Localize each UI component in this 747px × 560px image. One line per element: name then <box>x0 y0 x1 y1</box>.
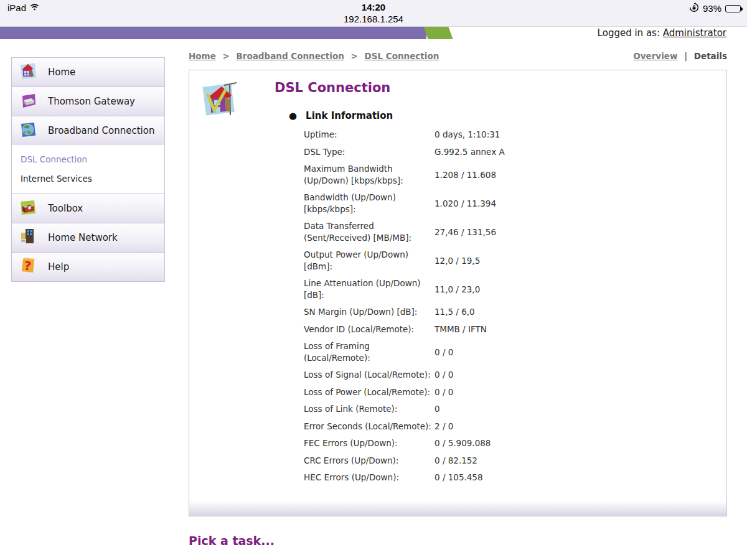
breadcrumb: Home > Broadband Connection > DSL Connec… <box>189 51 439 61</box>
page-title: DSL Connection <box>275 80 390 95</box>
row-value: 0 days, 1:10:31 <box>435 129 500 139</box>
sidebar-item-label: Home <box>48 67 75 78</box>
row-label: DSL Type: <box>304 146 431 158</box>
sidebar-item-home[interactable]: Home <box>11 57 165 87</box>
row-value: 0 / 0 <box>435 387 453 397</box>
table-row-data-transferred: Data Transferred (Sent/Received) [MB/MB]… <box>304 220 702 243</box>
submenu-item-internet-services[interactable]: Internet Services <box>21 170 164 190</box>
breadcrumb-broadband-connection[interactable]: Broadband Connection <box>237 51 344 61</box>
sidebar-item-toolbox[interactable]: Toolbox <box>11 194 165 223</box>
overview-link[interactable]: Overview <box>633 51 677 61</box>
svg-text:?: ? <box>24 259 32 273</box>
table-row-error-seconds: Error Seconds (Local/Remote): 2 / 0 <box>304 421 702 432</box>
logged-in-status: Logged in as: Administrator <box>598 27 726 39</box>
row-label: CRC Errors (Up/Down): <box>304 455 431 467</box>
row-value: 1.208 / 11.608 <box>435 170 496 180</box>
table-row-crc-errors: CRC Errors (Up/Down): 0 / 82.152 <box>304 455 702 467</box>
brand-bar-green <box>423 27 453 39</box>
row-value: 0 / 105.458 <box>435 472 483 482</box>
row-value: 0 / 0 <box>435 370 453 380</box>
row-value: 0 / 0 <box>435 347 453 357</box>
battery-icon <box>725 5 741 12</box>
row-label: Vendor ID (Local/Remote): <box>304 324 431 335</box>
row-value: 0 / 5.909.088 <box>435 438 491 448</box>
pick-a-task-heading: Pick a task... <box>189 534 275 548</box>
row-label: Maximum Bandwidth (Up/Down) [kbps/kbps]: <box>304 163 431 186</box>
gateway-icon <box>18 90 38 113</box>
view-switch: Overview | Details <box>633 51 727 61</box>
brand-bar: Logged in as: Administrator <box>0 26 747 39</box>
link-information-table: Uptime: 0 days, 1:10:31 DSL Type: G.992.… <box>304 129 702 489</box>
row-value: TMMB / IFTN <box>435 324 487 334</box>
sidebar-menu: Home Thomson Gateway Broadband Connectio… <box>11 57 165 282</box>
logged-in-user-link[interactable]: Administrator <box>663 27 726 39</box>
sidebar-item-label: Broadband Connection <box>48 125 154 136</box>
row-value: 0 / 82.152 <box>435 455 477 465</box>
row-label: Error Seconds (Local/Remote): <box>304 421 431 432</box>
breadcrumb-home[interactable]: Home <box>189 51 216 61</box>
ios-status-bar: iPad 14:20 192.168.1.254 93% <box>0 0 747 26</box>
panel-bottom-gradient <box>189 501 726 516</box>
row-label: Output Power (Up/Down) [dBm]: <box>304 249 431 272</box>
breadcrumb-separator: > <box>223 51 230 61</box>
row-label: Data Transferred (Sent/Received) [MB/MB]… <box>304 220 431 243</box>
row-label: Uptime: <box>304 129 431 141</box>
row-value: 12,0 / 19,5 <box>435 256 480 266</box>
home-icon <box>18 61 38 83</box>
sidebar-item-help[interactable]: ? Help <box>11 252 165 282</box>
row-label: Bandwidth (Up/Down) [kbps/kbps]: <box>304 192 431 215</box>
row-value: 11,0 / 23,0 <box>435 284 480 294</box>
table-row-bandwidth: Bandwidth (Up/Down) [kbps/kbps]: 1.020 /… <box>304 192 702 215</box>
sidebar-item-home-network[interactable]: Home Network <box>11 223 165 253</box>
sidebar-item-thomson-gateway[interactable]: Thomson Gateway <box>11 86 165 116</box>
battery-percent: 93% <box>703 3 721 14</box>
home-network-icon <box>18 226 38 249</box>
rotation-lock-icon <box>689 2 699 14</box>
table-row-dsl-type: DSL Type: G.992.5 annex A <box>304 146 702 158</box>
row-label: SN Margin (Up/Down) [dB]: <box>304 306 431 318</box>
broadband-submenu: DSL Connection Internet Services <box>11 145 165 194</box>
row-value: 2 / 0 <box>435 421 453 431</box>
dsl-house-icon <box>200 79 240 123</box>
row-value: G.992.5 annex A <box>435 147 505 157</box>
sidebar-item-label: Help <box>48 261 69 273</box>
breadcrumb-separator: > <box>351 51 358 61</box>
help-icon: ? <box>18 256 38 278</box>
table-row-loss-of-framing: Loss of Framing (Local/Remote): 0 / 0 <box>304 340 702 363</box>
row-value: 27,46 / 131,56 <box>435 227 496 237</box>
section-title: Link Information <box>306 110 393 121</box>
clock: 14:20 <box>0 2 747 12</box>
row-label: HEC Errors (Up/Down): <box>304 472 431 483</box>
table-row-loss-of-signal: Loss of Signal (Local/Remote): 0 / 0 <box>304 369 702 381</box>
sidebar-item-label: Thomson Gateway <box>48 96 135 107</box>
table-row-hec-errors: HEC Errors (Up/Down): 0 / 105.458 <box>304 472 702 483</box>
row-label: Loss of Signal (Local/Remote): <box>304 369 431 381</box>
main-content: Home > Broadband Connection > DSL Connec… <box>189 51 727 516</box>
breadcrumb-dsl-connection[interactable]: DSL Connection <box>365 51 439 61</box>
toolbox-icon <box>18 197 38 220</box>
table-row-loss-of-power: Loss of Power (Local/Remote): 0 / 0 <box>304 386 702 398</box>
table-row-uptime: Uptime: 0 days, 1:10:31 <box>304 129 702 141</box>
table-row-vendor-id: Vendor ID (Local/Remote): TMMB / IFTN <box>304 324 702 335</box>
submenu-item-dsl-connection[interactable]: DSL Connection <box>21 151 164 170</box>
table-row-output-power: Output Power (Up/Down) [dBm]: 12,0 / 19,… <box>304 249 702 272</box>
row-label: Loss of Power (Local/Remote): <box>304 386 431 398</box>
table-row-maximum-bandwidth: Maximum Bandwidth (Up/Down) [kbps/kbps]:… <box>304 163 702 186</box>
table-row-sn-margin: SN Margin (Up/Down) [dB]: 11,5 / 6,0 <box>304 306 702 318</box>
row-label: Loss of Framing (Local/Remote): <box>304 340 431 363</box>
sidebar-item-label: Home Network <box>48 232 118 243</box>
table-row-fec-errors: FEC Errors (Up/Down): 0 / 5.909.088 <box>304 437 702 449</box>
row-value: 1.020 / 11.394 <box>435 198 496 208</box>
section-heading: ● Link Information <box>289 110 393 121</box>
broadband-icon <box>18 119 38 142</box>
row-label: FEC Errors (Up/Down): <box>304 437 431 449</box>
brand-bar-purple <box>0 27 426 39</box>
row-value: 0 <box>435 404 440 414</box>
logged-in-label: Logged in as: <box>598 27 660 39</box>
sidebar-item-label: Toolbox <box>48 203 83 214</box>
table-row-line-attenuation: Line Attenuation (Up/Down) [dB]: 11,0 / … <box>304 278 702 301</box>
address-url: 192.168.1.254 <box>0 14 747 24</box>
sidebar-item-broadband-connection[interactable]: Broadband Connection <box>11 116 165 146</box>
details-current-view[interactable]: Details <box>694 51 727 61</box>
row-label: Loss of Link (Remote): <box>304 403 431 415</box>
